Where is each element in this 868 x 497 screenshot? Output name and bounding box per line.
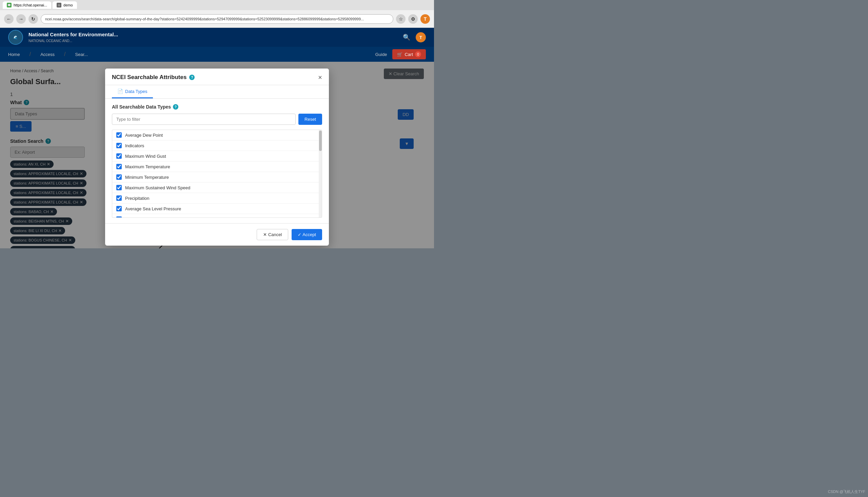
modal-footer: ✕ Cancel ✓ Accept — [105, 223, 329, 246]
modal-tabs: 📄 Data Types — [105, 85, 329, 99]
modal-header: NCEI Searchable Attributes ? × — [105, 69, 329, 85]
checkbox-2[interactable] — [116, 153, 122, 159]
checkbox-item-2[interactable]: Maximum Wind Gust — [112, 151, 319, 161]
reset-button[interactable]: Reset — [298, 114, 322, 125]
checkbox-5[interactable] — [116, 185, 122, 190]
checkbox-7[interactable] — [116, 206, 122, 211]
checkbox-0[interactable] — [116, 132, 122, 138]
noaa-logo: 🌊 — [8, 30, 23, 45]
browser-tab-2[interactable]: G demo — [53, 1, 77, 9]
forward-button[interactable]: → — [16, 14, 26, 24]
checkbox-item-8[interactable]: Snow Depth — [112, 214, 319, 218]
modal-help-icon[interactable]: ? — [189, 75, 195, 80]
extensions-button[interactable]: ⚙ — [408, 14, 418, 24]
modal-body: All Searchable Data Types ? Reset Averag… — [105, 99, 329, 223]
cart-button[interactable]: 🛒 Cart 0 — [392, 49, 426, 59]
checkbox-item-4[interactable]: Minimum Temperature — [112, 172, 319, 183]
checkbox-4[interactable] — [116, 174, 122, 180]
tab-2-label: demo — [63, 3, 73, 7]
checkbox-item-7[interactable]: Average Sea Level Pressure — [112, 203, 319, 214]
site-header: 🌊 National Centers for Environmental... … — [0, 28, 434, 47]
site-title: National Centers for Environmental... NA… — [29, 31, 118, 44]
tab-doc-icon: 📄 — [117, 88, 123, 94]
checkbox-list-wrapper: Average Dew PointIndicatorsMaximum Wind … — [112, 130, 322, 218]
nav-guide[interactable]: Guide — [376, 52, 387, 57]
checkbox-8[interactable] — [116, 216, 122, 218]
scrollbar-track[interactable] — [319, 130, 322, 218]
modal-tab-data-types[interactable]: 📄 Data Types — [112, 85, 153, 98]
filter-row: Reset — [112, 114, 322, 125]
header-search-button[interactable]: 🔍 — [403, 33, 410, 41]
browser-tab-1[interactable]: 💬 https://chat.openai... — [3, 1, 51, 9]
tab-favicon-1: 💬 — [7, 3, 12, 8]
user-avatar-button[interactable]: T — [416, 32, 426, 42]
checkbox-label-6: Precipitation — [125, 196, 149, 201]
checkbox-item-6[interactable]: Precipitation — [112, 193, 319, 203]
scrollbar-thumb — [319, 131, 322, 151]
checkbox-label-5: Maximum Sustained Wind Speed — [125, 185, 190, 190]
checkbox-label-2: Maximum Wind Gust — [125, 154, 166, 159]
profile-button[interactable]: T — [421, 14, 430, 24]
modal-close-button[interactable]: × — [318, 74, 322, 81]
nav-access[interactable]: Access — [40, 52, 55, 57]
section-help-icon[interactable]: ? — [173, 104, 178, 110]
checkbox-label-4: Minimum Temperature — [125, 175, 169, 180]
checkbox-label-0: Average Dew Point — [125, 133, 163, 138]
cart-badge: 0 — [415, 51, 421, 57]
url-bar[interactable] — [41, 14, 393, 24]
modal-overlay: NCEI Searchable Attributes ? × 📄 Data Ty… — [0, 62, 434, 248]
checkbox-item-5[interactable]: Maximum Sustained Wind Speed — [112, 183, 319, 193]
checkbox-label-1: Indicators — [125, 143, 144, 148]
refresh-button[interactable]: ↻ — [29, 14, 38, 24]
cancel-button[interactable]: ✕ Cancel — [257, 229, 288, 240]
noaa-logo-text: 🌊 — [14, 36, 18, 39]
bookmark-button[interactable]: ☆ — [396, 14, 406, 24]
checkbox-label-8: Snow Depth — [125, 217, 149, 218]
tab-1-label: https://chat.openai... — [14, 3, 47, 7]
checkbox-3[interactable] — [116, 164, 122, 169]
modal-dialog: NCEI Searchable Attributes ? × 📄 Data Ty… — [105, 69, 329, 246]
checkbox-label-3: Maximum Temperature — [125, 164, 170, 169]
accept-button[interactable]: ✓ Accept — [292, 229, 322, 240]
checkbox-6[interactable] — [116, 195, 122, 201]
filter-input[interactable] — [112, 114, 296, 125]
checkbox-item-0[interactable]: Average Dew Point — [112, 130, 319, 140]
checkbox-1[interactable] — [116, 143, 122, 148]
back-button[interactable]: ← — [4, 14, 14, 24]
tab-favicon-2: G — [57, 3, 61, 8]
checkbox-list: Average Dew PointIndicatorsMaximum Wind … — [112, 130, 319, 218]
checkbox-label-7: Average Sea Level Pressure — [125, 206, 181, 211]
checkbox-item-1[interactable]: Indicators — [112, 140, 319, 151]
modal-section-title: All Searchable Data Types ? — [112, 104, 322, 110]
page-background: Home / Access / Search Global Surfa... 1… — [0, 62, 434, 248]
modal-title: NCEI Searchable Attributes ? — [112, 74, 195, 81]
nav-right: Guide 🛒 Cart 0 — [376, 49, 426, 59]
checkbox-item-3[interactable]: Maximum Temperature — [112, 161, 319, 172]
nav-search[interactable]: Sear... — [75, 52, 88, 57]
nav-home[interactable]: Home — [8, 52, 20, 57]
nav-bar: Home / Access / Sear... Guide 🛒 Cart 0 — [0, 47, 434, 62]
